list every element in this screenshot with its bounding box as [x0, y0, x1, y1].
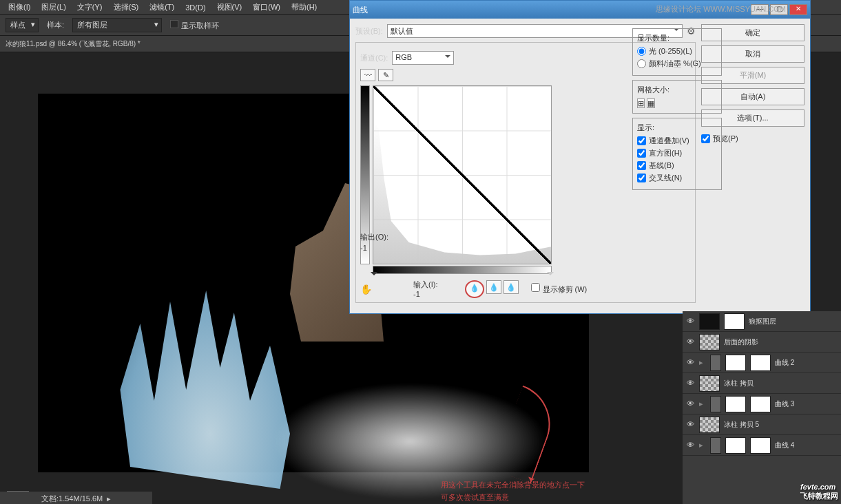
output-label: 输出(O):	[360, 232, 388, 242]
intersect-check[interactable]: 交叉线(N)	[637, 173, 717, 183]
brand-watermark: 思缘设计论坛 WWW.MISSYUAN.COM	[656, 4, 786, 14]
channel-dropdown[interactable]: RGB	[392, 51, 454, 65]
site-watermark: fevte.com 飞特教程网	[800, 483, 838, 501]
visibility-icon[interactable]: 👁	[685, 441, 695, 450]
layer-thumb[interactable]	[725, 355, 746, 371]
adjustment-icon	[710, 437, 721, 454]
white-slider[interactable]	[547, 272, 554, 279]
menu-help[interactable]: 帮助(H)	[286, 2, 322, 12]
grid-size-group: 网格大小: ⊞ ▦	[632, 80, 722, 114]
grid-small-icon[interactable]: ⊞	[637, 98, 645, 108]
visibility-icon[interactable]: 👁	[685, 317, 695, 326]
visibility-icon[interactable]: 👁	[685, 420, 695, 430]
menu-select[interactable]: 选择(S)	[108, 2, 145, 12]
layer-name[interactable]: 后面的阴影	[724, 337, 838, 347]
layer-name[interactable]: 曲线 4	[775, 441, 838, 450]
menu-layer[interactable]: 图层(L)	[36, 2, 71, 12]
dialog-title: 曲线	[353, 5, 368, 15]
curve-line[interactable]	[373, 86, 551, 264]
horizontal-gradient	[373, 266, 552, 274]
show-ring-toggle[interactable]: 显示取样环	[170, 20, 219, 31]
menu-3d[interactable]: 3D(D)	[180, 3, 211, 12]
layer-thumb[interactable]	[699, 313, 720, 330]
menu-window[interactable]: 窗口(W)	[247, 2, 286, 12]
sample-label: 样本:	[47, 20, 64, 30]
gray-eyedropper-icon[interactable]: 💧	[486, 280, 501, 294]
output-value: -1	[360, 244, 367, 252]
pencil-tool-icon[interactable]: ✎	[378, 69, 393, 81]
curve-tool-icon[interactable]: 〰	[360, 69, 375, 81]
adjustment-icon	[710, 396, 721, 412]
status-bar: 文档:1.54M/15.6M ▸	[0, 492, 152, 504]
curves-dialog: 曲线 思缘设计论坛 WWW.MISSYUAN.COM — ▢ ✕ 预设(B): …	[349, 0, 811, 314]
input-label: 输入(I):	[413, 280, 437, 290]
status-chevron-icon[interactable]: ▸	[107, 494, 111, 503]
preset-label: 预设(B):	[355, 26, 383, 36]
close-icon[interactable]: ✕	[789, 4, 807, 15]
annotation-text: 用这个工具在未完全消除背景的地方点一下 可多次尝试直至满意	[441, 479, 585, 503]
mask-thumb[interactable]	[750, 437, 771, 454]
layer-thumb[interactable]	[725, 437, 746, 454]
grid-large-icon[interactable]: ▦	[647, 98, 655, 108]
menu-image[interactable]: 图像(I)	[3, 2, 36, 12]
layer-row[interactable]: 👁狼抠图层	[683, 311, 841, 332]
doc-size: 文档:1.54M/15.6M	[41, 494, 103, 504]
layer-thumb[interactable]	[699, 334, 720, 350]
layer-row[interactable]: 👁冰柱 拷贝 5	[683, 414, 841, 435]
layer-row[interactable]: 👁冰柱 拷贝	[683, 373, 841, 394]
visibility-icon[interactable]: 👁	[685, 337, 695, 347]
layer-thumb[interactable]	[699, 417, 720, 433]
layer-name[interactable]: 曲线 3	[775, 399, 838, 409]
curves-graph[interactable]	[373, 85, 552, 264]
expand-icon[interactable]: ▸	[699, 399, 706, 408]
layers-panel: 👁狼抠图层👁后面的阴影👁▸曲线 2👁冰柱 拷贝👁▸曲线 3👁冰柱 拷贝 5👁▸曲…	[683, 311, 841, 504]
show-group: 显示: 通道叠加(V) 直方图(H) 基线(B) 交叉线(N)	[632, 118, 722, 190]
expand-icon[interactable]: ▸	[699, 358, 706, 367]
mask-thumb[interactable]	[724, 313, 745, 330]
sample-point-dropdown[interactable]: 样点	[6, 18, 39, 32]
pigment-radio[interactable]: 颜料/油墨 %(G)	[637, 59, 717, 69]
layer-name[interactable]: 冰柱 拷贝 5	[724, 420, 838, 430]
adjustment-icon	[710, 355, 721, 371]
black-eyedropper-icon[interactable]: 💧	[465, 280, 484, 298]
black-slider[interactable]	[371, 272, 377, 279]
menu-filter[interactable]: 滤镜(T)	[144, 2, 180, 12]
menu-text[interactable]: 文字(Y)	[72, 2, 108, 12]
baseline-check[interactable]: 基线(B)	[637, 160, 717, 171]
visibility-icon[interactable]: 👁	[685, 379, 695, 388]
layer-thumb[interactable]	[699, 375, 720, 392]
dialog-titlebar[interactable]: 曲线 思缘设计论坛 WWW.MISSYUAN.COM — ▢ ✕	[350, 1, 810, 19]
hand-tool-icon[interactable]: ✋	[360, 284, 372, 295]
sample-layers-dropdown[interactable]: 所有图层	[72, 18, 162, 32]
visibility-icon[interactable]: 👁	[685, 399, 695, 409]
layer-name[interactable]: 狼抠图层	[749, 317, 838, 326]
light-radio[interactable]: 光 (0-255)(L)	[637, 46, 717, 56]
visibility-icon[interactable]: 👁	[685, 358, 695, 368]
channel-overlay-check[interactable]: 通道叠加(V)	[637, 136, 717, 146]
layer-row[interactable]: 👁后面的阴影	[683, 332, 841, 353]
layer-row[interactable]: 👁▸曲线 4	[683, 435, 841, 456]
layer-thumb[interactable]	[725, 396, 746, 412]
show-clipping-toggle[interactable]: 显示修剪 (W)	[531, 283, 587, 295]
display-amount-group: 显示数量: 光 (0-255)(L) 颜料/油墨 %(G)	[632, 28, 722, 76]
mask-thumb[interactable]	[750, 396, 771, 412]
channel-label: 通道(C):	[360, 53, 388, 63]
document-tab[interactable]: 冰的狼11.psd @ 86.4% (飞溅雪花, RGB/8) *	[6, 39, 141, 49]
histogram-check[interactable]: 直方图(H)	[637, 148, 717, 158]
layer-name[interactable]: 曲线 2	[775, 358, 838, 368]
layer-name[interactable]: 冰柱 拷贝	[724, 379, 838, 388]
input-value: -1	[413, 290, 437, 298]
white-eyedropper-icon[interactable]: 💧	[503, 280, 519, 294]
mask-thumb[interactable]	[750, 355, 771, 371]
menu-view[interactable]: 视图(V)	[211, 2, 248, 12]
expand-icon[interactable]: ▸	[699, 441, 706, 450]
layer-row[interactable]: 👁▸曲线 2	[683, 353, 841, 373]
layer-row[interactable]: 👁▸曲线 3	[683, 394, 841, 414]
